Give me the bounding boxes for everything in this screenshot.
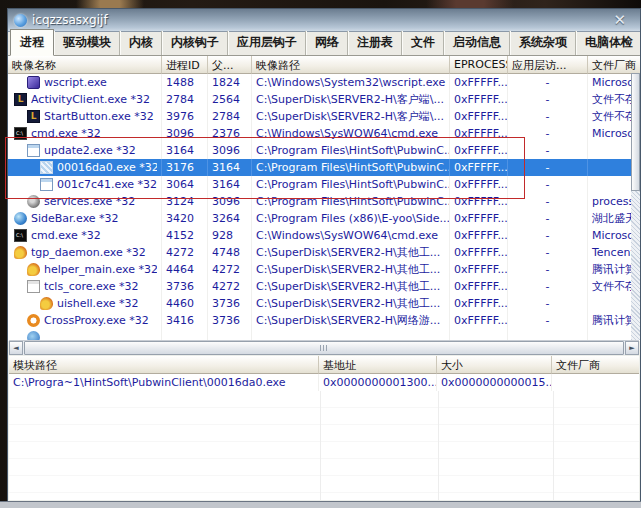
cell-ppid: 3164 [208, 159, 252, 176]
process-table-rows: wscript.exe14881824C:\Windows\System32\w… [8, 74, 640, 341]
tab-10[interactable]: 电脑体检 [576, 31, 641, 55]
cmd-icon [14, 229, 27, 242]
tab-5[interactable]: 网络 [306, 31, 348, 55]
cell-name: 001c7c41.exe *32 [8, 176, 162, 193]
tab-7[interactable]: 文件 [402, 31, 444, 55]
tab-0[interactable]: 进程 [10, 29, 54, 56]
vscroll-thumb[interactable] [631, 73, 640, 191]
cell-name: ActivityClient.exe *32 [8, 91, 162, 108]
close-icon[interactable]: ✕ [605, 13, 634, 28]
table-row[interactable]: cmd.exe *324152928C:\Windows\SysWOW64\cm… [8, 227, 640, 244]
table-row[interactable]: services.exe *3231243096C:\Program Files… [8, 193, 640, 210]
column-header-1[interactable]: 进程ID [162, 56, 208, 74]
module-table-header: 模块路径基地址大小文件厂商 [9, 356, 639, 374]
table-row[interactable]: SideBar.exe *3234203264C:\Program Files … [8, 210, 640, 227]
process-table-header: 映像名称进程ID父...映像路径EPROCESS应用层访...文件厂商 [8, 56, 640, 74]
tab-8[interactable]: 启动信息 [444, 31, 510, 55]
table-row[interactable]: CrossProxy.exe *3234163736C:\SuperDisk\S… [8, 312, 640, 329]
table-row[interactable]: 00016da0.exe *3231763164C:\Program Files… [8, 159, 640, 176]
process-name: StartButton.exe *32 [44, 108, 154, 125]
cell-path: C:\Windows\System32\wscript.exe [252, 74, 450, 91]
table-row[interactable]: cmd.exe *3230962376C:\Windows\SysWOW64\c… [8, 125, 640, 142]
cell-pid: 2784 [162, 91, 208, 108]
cmd-icon [14, 127, 27, 140]
process-name: uishell.exe *32 [57, 295, 139, 312]
table-row[interactable]: ActivityClient.exe *3227842564C:\SuperDi… [8, 91, 640, 108]
table-row[interactable]: tgp_daemon.exe *3242724748C:\SuperDisk\S… [8, 244, 640, 261]
column-header-0[interactable]: 映像名称 [8, 56, 162, 74]
tab-2[interactable]: 内核 [120, 31, 162, 55]
window-title: icqzzsasxgijf [32, 13, 605, 27]
module-cell-vendor [552, 374, 641, 391]
cell-pid: 3124 [162, 193, 208, 210]
column-header-2[interactable]: 父... [208, 56, 252, 74]
module-column-header-0[interactable]: 模块路径 [9, 356, 319, 374]
cell-pid: 4272 [162, 244, 208, 261]
cell-name: cmd.exe *32 [8, 125, 162, 142]
hscroll-thumb[interactable] [24, 341, 624, 355]
table-row[interactable]: tcls_core.exe *3237364272C:\SuperDisk\SE… [8, 278, 640, 295]
cell-ppid: 1824 [208, 74, 252, 91]
tab-1[interactable]: 驱动模块 [54, 31, 120, 55]
table-row[interactable]: uishell.exe *3244603736C:\SuperDisk\SERV… [8, 295, 640, 312]
process-table-hscrollbar[interactable]: ◄ ► [9, 340, 639, 355]
cell-access: - [508, 244, 588, 261]
process-name: cmd.exe *32 [31, 125, 101, 142]
cell-access: - [508, 108, 588, 125]
tab-3[interactable]: 内核钩子 [162, 31, 228, 55]
module-column-header-1[interactable]: 基地址 [319, 356, 437, 374]
column-separator [320, 391, 321, 500]
cell-pid: 4152 [162, 227, 208, 244]
module-cell-size: 0x0000000000015... [437, 374, 552, 391]
process-table-vscrollbar[interactable] [631, 73, 640, 340]
table-row[interactable]: helper_main.exe *3244644272C:\SuperDisk\… [8, 261, 640, 278]
cell-ppid: 2564 [208, 91, 252, 108]
column-header-3[interactable]: 映像路径 [252, 56, 450, 74]
window-icon [40, 178, 53, 191]
cell-eprocess: 0xFFFFF... [450, 159, 508, 176]
tab-6[interactable]: 注册表 [348, 31, 402, 55]
cell-eprocess: 0xFFFFF... [450, 227, 508, 244]
cell-eprocess: 0xFFFFF... [450, 176, 508, 193]
column-header-4[interactable]: EPROCESS [450, 56, 508, 74]
cell-pid: 3164 [162, 142, 208, 159]
scroll-right-arrow-icon[interactable]: ► [625, 341, 639, 355]
process-name: 001c7c41.exe *32 [57, 176, 157, 193]
cell-name: update2.exe *32 [8, 142, 162, 159]
script-icon [27, 76, 40, 89]
flame-icon [27, 263, 40, 276]
cell-ppid: 3096 [208, 142, 252, 159]
table-row[interactable]: wscript.exe14881824C:\Windows\System32\w… [8, 74, 640, 91]
cell-access: - [508, 125, 588, 142]
column-header-6[interactable]: 文件厂商 [588, 56, 640, 74]
cell-path: C:\SuperDisk\SERVER2-H\其他工... [252, 295, 450, 312]
cell-name: StartButton.exe *32 [8, 108, 162, 125]
tab-9[interactable]: 系统杂项 [510, 31, 576, 55]
module-column-header-3[interactable]: 文件厂商 [552, 356, 639, 374]
column-header-5[interactable]: 应用层访... [508, 56, 588, 74]
table-row[interactable]: 001c7c41.exe *3230643164C:\Program Files… [8, 176, 640, 193]
tab-4[interactable]: 应用层钩子 [228, 31, 306, 55]
module-column-header-2[interactable]: 大小 [437, 356, 552, 374]
module-row[interactable]: C:\Progra~1\HintSoft\PubwinClient\00016d… [9, 374, 639, 391]
cell-path: C:\Windows\SysWOW64\cmd.exe [252, 227, 450, 244]
cell-access: - [508, 312, 588, 329]
cell-ppid: 3264 [208, 210, 252, 227]
plain-window-icon [27, 280, 40, 293]
scroll-left-arrow-icon[interactable]: ◄ [9, 341, 23, 355]
cell-access: - [508, 91, 588, 108]
title-bar[interactable]: icqzzsasxgijf ✕ [8, 9, 640, 32]
table-row[interactable]: update2.exe *3231643096C:\Program Files\… [8, 142, 640, 159]
cell-name: 00016da0.exe *32 [8, 159, 162, 176]
cell-path: C:\SuperDisk\SERVER2-H\客户端\... [252, 91, 450, 108]
cell-name: helper_main.exe *32 [8, 261, 162, 278]
cell-eprocess: 0xFFFFF... [450, 125, 508, 142]
table-row[interactable]: StartButton.exe *3239762784C:\SuperDisk\… [8, 108, 640, 125]
cell-pid: 3096 [162, 125, 208, 142]
window-icon [27, 144, 40, 157]
cell-pid: 3176 [162, 159, 208, 176]
process-name: cmd.exe *32 [31, 227, 101, 244]
cell-eprocess: 0xFFFFF... [450, 261, 508, 278]
cell-eprocess: 0xFFFFF... [450, 108, 508, 125]
cell-name: uishell.exe *32 [8, 295, 162, 312]
